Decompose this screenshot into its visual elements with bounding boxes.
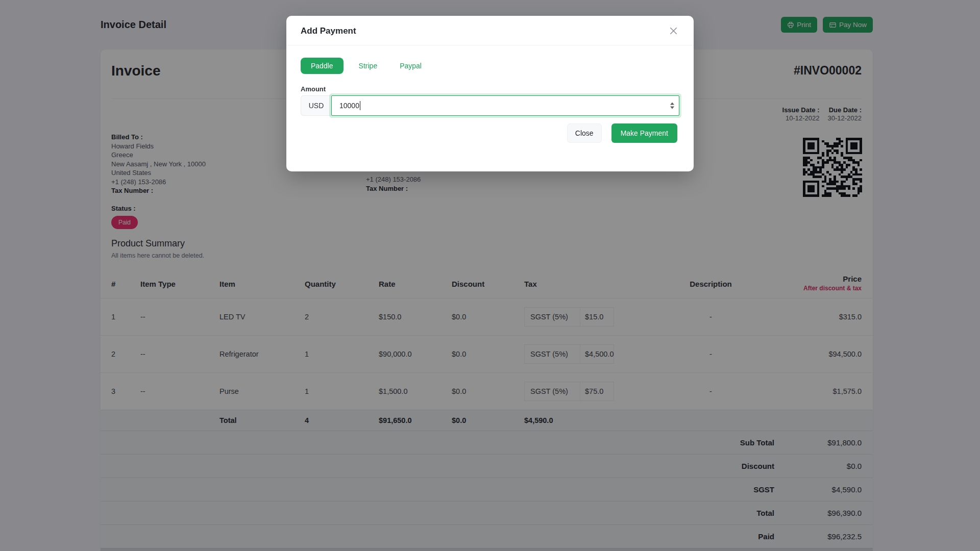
payment-tab[interactable]: Stripe [352,58,385,74]
spinner-down-icon [670,107,674,109]
spinner-up-icon [670,103,674,105]
modal-footer: Close Make Payment [286,116,694,171]
amount-value: 10000 [339,102,359,110]
add-payment-modal: Add Payment PaddleStripePaypal Amount US… [286,16,694,171]
payment-tab[interactable]: Paddle [301,58,344,74]
amount-input-group: USD 10000 [301,95,679,116]
modal-close-button[interactable]: Close [567,123,602,143]
payment-tab[interactable]: Paypal [393,58,429,74]
currency-prefix: USD [301,95,331,116]
modal-header: Add Payment [286,16,694,45]
modal-title: Add Payment [301,26,356,36]
number-spinner[interactable] [670,103,674,109]
payment-method-tabs: PaddleStripePaypal [301,58,679,74]
text-caret [360,101,361,110]
close-icon[interactable] [668,25,679,37]
amount-label: Amount [301,85,679,93]
amount-input[interactable]: 10000 [331,95,679,116]
make-payment-button[interactable]: Make Payment [611,123,677,143]
modal-body: PaddleStripePaypal Amount USD 10000 [286,45,694,116]
